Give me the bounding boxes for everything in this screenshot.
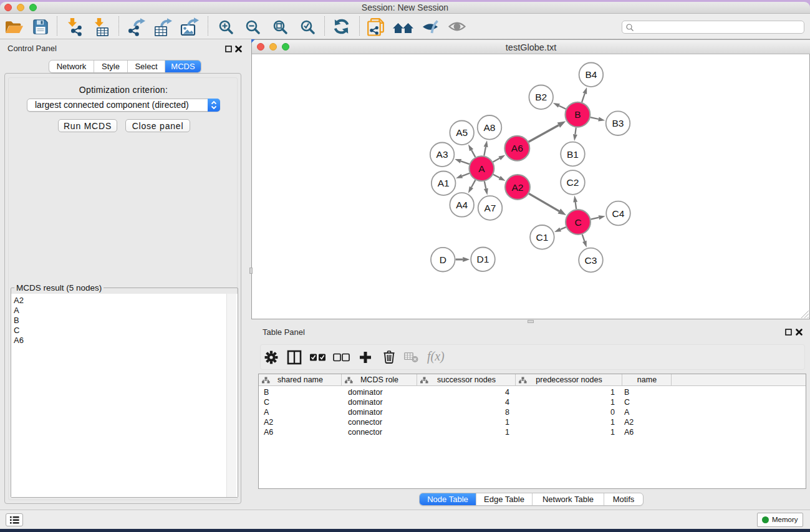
svg-text:A1: A1 (438, 178, 450, 188)
svg-text:B3: B3 (612, 118, 624, 128)
svg-text:A2: A2 (512, 182, 524, 193)
svg-text:A8: A8 (484, 122, 496, 133)
svg-text:A6: A6 (511, 143, 523, 153)
svg-text:A3: A3 (436, 149, 448, 160)
svg-text:A5: A5 (456, 127, 468, 138)
svg-text:A7: A7 (485, 203, 496, 213)
svg-text:C4: C4 (612, 208, 625, 219)
svg-text:B2: B2 (535, 92, 547, 102)
svg-text:A: A (478, 163, 485, 174)
svg-text:C2: C2 (567, 177, 579, 188)
svg-text:A4: A4 (456, 200, 468, 210)
svg-text:B4: B4 (585, 69, 597, 80)
svg-text:D1: D1 (477, 254, 489, 264)
svg-text:C1: C1 (536, 232, 548, 243)
svg-text:B: B (574, 109, 581, 120)
svg-text:C: C (574, 217, 581, 228)
svg-text:D: D (440, 254, 446, 265)
svg-text:C3: C3 (585, 255, 597, 266)
svg-text:B1: B1 (567, 149, 579, 160)
